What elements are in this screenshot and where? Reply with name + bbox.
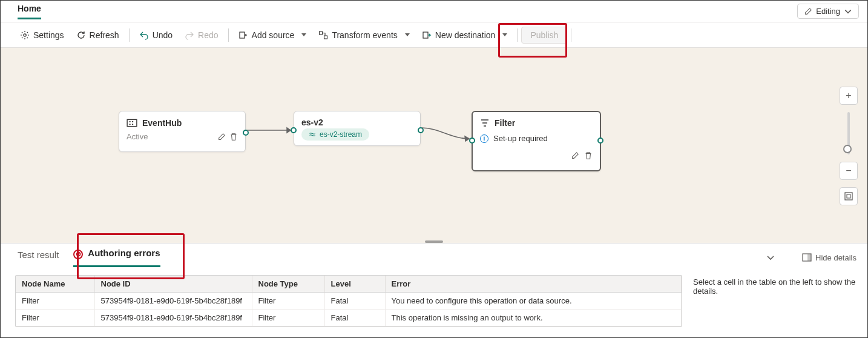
cell-error[interactable]: This operation is missing an output to w… <box>385 310 682 326</box>
hide-details-button[interactable]: Hide details <box>802 253 856 262</box>
bottom-panel: Test result ⊗Authoring errors Hide detai… <box>1 243 867 332</box>
add-source-icon <box>238 30 248 40</box>
publish-button: Publish <box>521 27 567 44</box>
tab-home[interactable]: Home <box>18 4 41 19</box>
table-row[interactable]: Filter573954f9-0181-e9d0-619f-5b4bc28f18… <box>16 293 682 310</box>
refresh-button[interactable]: Refresh <box>70 27 125 44</box>
svg-rect-4 <box>423 32 428 38</box>
node-eventhub[interactable]: EventHub Active <box>119 111 246 152</box>
col-error[interactable]: Error <box>385 276 682 293</box>
edit-icon[interactable] <box>217 133 226 141</box>
new-destination-button[interactable]: New destination <box>416 27 514 44</box>
svg-rect-1 <box>240 32 245 38</box>
toolbar: Settings Refresh Undo Redo Add source Tr… <box>1 22 867 48</box>
svg-point-6 <box>130 121 131 122</box>
undo-icon <box>139 30 149 40</box>
node-stream[interactable]: es-v2 es-v2-stream <box>294 111 421 146</box>
transform-icon <box>318 30 328 40</box>
tab-authoring-errors[interactable]: ⊗Authoring errors <box>73 248 160 267</box>
col-node-type[interactable]: Node Type <box>252 276 324 293</box>
node-status: Set-up required <box>493 134 548 143</box>
filter-icon <box>480 118 490 128</box>
edit-icon[interactable] <box>571 151 579 160</box>
svg-rect-2 <box>320 31 323 35</box>
cell-level[interactable]: Fatal <box>324 310 385 326</box>
chevron-down-icon <box>766 253 775 262</box>
zoom-in-button[interactable]: + <box>840 87 858 105</box>
undo-button[interactable]: Undo <box>133 27 179 44</box>
detail-panel: Select a cell in the table on the left t… <box>693 275 856 327</box>
eventhub-icon <box>127 118 137 128</box>
stream-pill: es-v2-stream <box>301 128 369 141</box>
svg-rect-11 <box>847 194 850 198</box>
settings-button[interactable]: Settings <box>14 27 70 44</box>
table-row[interactable]: Filter573954f9-0181-e9d0-619f-5b4bc28f18… <box>16 310 682 326</box>
col-node-name[interactable]: Node Name <box>16 276 94 293</box>
toolbar-separator <box>129 28 130 42</box>
zoom-thumb[interactable] <box>843 145 852 153</box>
svg-rect-13 <box>807 254 811 261</box>
cell-node-name[interactable]: Filter <box>16 310 94 326</box>
cell-node-id[interactable]: 573954f9-0181-e9d0-619f-5b4bc28f189f <box>94 293 252 310</box>
cell-node-type[interactable]: Filter <box>252 310 324 326</box>
tab-test-result[interactable]: Test result <box>18 250 59 266</box>
refresh-icon <box>76 30 86 40</box>
toolbar-separator <box>571 28 571 42</box>
redo-button: Redo <box>179 27 224 44</box>
zoom-slider[interactable] <box>847 112 850 154</box>
errors-table: Node Name Node ID Node Type Level Error … <box>15 275 682 327</box>
cell-error[interactable]: You need to configure this operation or … <box>385 293 682 310</box>
destination-icon <box>422 30 432 40</box>
zoom-controls: + − <box>840 87 858 205</box>
zoom-out-button[interactable]: − <box>840 162 858 180</box>
stream-icon <box>309 131 316 138</box>
cell-node-type[interactable]: Filter <box>252 293 324 310</box>
transform-events-button[interactable]: Transform events <box>312 27 415 44</box>
port-out[interactable] <box>597 138 603 144</box>
node-filter[interactable]: Filter i Set-up required <box>472 111 601 171</box>
toolbar-separator <box>228 28 229 42</box>
cell-level[interactable]: Fatal <box>324 293 385 310</box>
editing-label: Editing <box>816 7 840 16</box>
edge-eventhub-stream <box>246 127 295 134</box>
delete-icon[interactable] <box>584 151 593 160</box>
svg-rect-10 <box>845 193 852 200</box>
svg-rect-5 <box>127 119 137 126</box>
canvas[interactable]: EventHub Active es-v2 es-v2-stream <box>1 48 867 240</box>
editing-mode-button[interactable]: Editing <box>797 4 859 19</box>
error-icon: ⊗ <box>73 250 83 259</box>
col-node-id[interactable]: Node ID <box>94 276 252 293</box>
node-title: EventHub <box>142 118 182 128</box>
zoom-fit-button[interactable] <box>840 187 858 205</box>
collapse-chevron[interactable] <box>766 253 775 262</box>
cell-node-id[interactable]: 573954f9-0181-e9d0-619f-5b4bc28f189f <box>94 310 252 326</box>
fit-icon <box>844 191 853 201</box>
top-bar: Home Editing <box>1 1 867 22</box>
pencil-icon <box>804 7 812 16</box>
toolbar-separator <box>517 28 518 42</box>
svg-point-0 <box>24 33 26 36</box>
delete-icon[interactable] <box>229 133 238 141</box>
chevron-down-icon <box>844 7 852 16</box>
svg-point-9 <box>132 124 133 125</box>
cell-node-name[interactable]: Filter <box>16 293 94 310</box>
add-source-button[interactable]: Add source <box>232 27 313 44</box>
redo-icon <box>185 30 194 40</box>
node-title: Filter <box>495 118 515 128</box>
hide-details-icon <box>802 253 812 262</box>
node-status: Active <box>127 132 148 141</box>
gear-icon <box>20 30 30 40</box>
svg-rect-3 <box>324 36 327 39</box>
edge-stream-filter <box>421 124 474 142</box>
svg-point-8 <box>130 124 131 125</box>
info-icon: i <box>480 134 488 143</box>
col-level[interactable]: Level <box>324 276 385 293</box>
svg-point-7 <box>132 121 133 122</box>
node-title: es-v2 <box>301 118 323 127</box>
